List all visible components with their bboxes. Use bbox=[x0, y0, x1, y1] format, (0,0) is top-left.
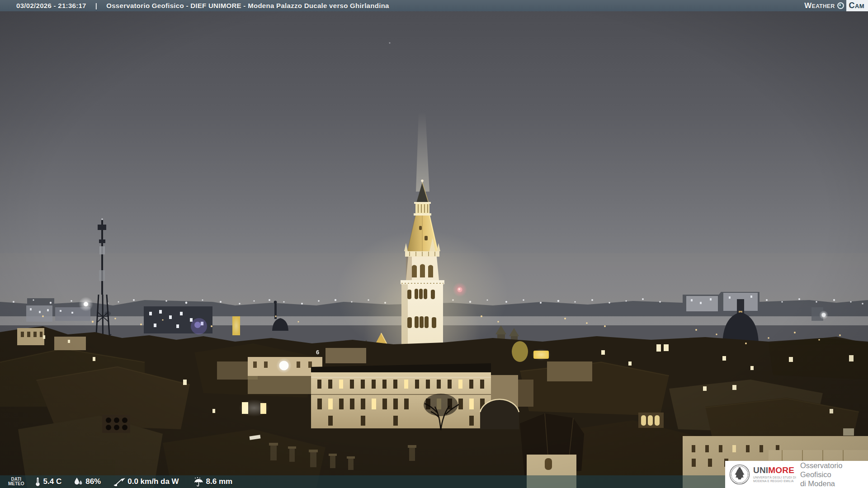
timestamp: 03/02/2026 - 21:36:17 bbox=[16, 2, 86, 9]
umbrella-icon bbox=[193, 477, 204, 487]
weathercam-logo: Weather Cam bbox=[804, 0, 868, 11]
unimore-seal-icon bbox=[729, 464, 750, 485]
temperature-reading: 5.4 C bbox=[34, 477, 62, 487]
weathercam-word-cam: Cam bbox=[846, 0, 868, 11]
wind-reading: 0.0 km/h da W bbox=[113, 477, 179, 486]
wind-vane-icon bbox=[113, 477, 125, 486]
thermometer-icon bbox=[34, 477, 41, 487]
webcam-scene: 6 bbox=[0, 0, 868, 488]
camera-title: Osservatorio Geofisico - DIEF UNIMORE - … bbox=[106, 2, 389, 9]
observatory-name: Osservatorio Geofisico di Modena bbox=[800, 461, 868, 488]
header-bar: 03/02/2026 - 21:36:17 | Osservatorio Geo… bbox=[0, 0, 868, 11]
webcam-frame: 6 bbox=[0, 0, 868, 488]
unimore-logo-box: UNIMORE UNIVERSITÀ DEGLI STUDI DI MODENA… bbox=[725, 461, 868, 488]
humidity-reading: 86% bbox=[73, 477, 101, 486]
humidity-drops-icon bbox=[73, 477, 83, 486]
data-label: DATI METEO bbox=[8, 477, 24, 487]
header-separator: | bbox=[95, 2, 98, 9]
rain-reading: 8.6 mm bbox=[193, 477, 233, 487]
weathercam-word-weather: Weather bbox=[804, 1, 835, 10]
unimore-wordmark: UNIMORE UNIVERSITÀ DEGLI STUDI DI MODENA… bbox=[753, 466, 796, 483]
camera-lens-icon bbox=[837, 2, 844, 9]
